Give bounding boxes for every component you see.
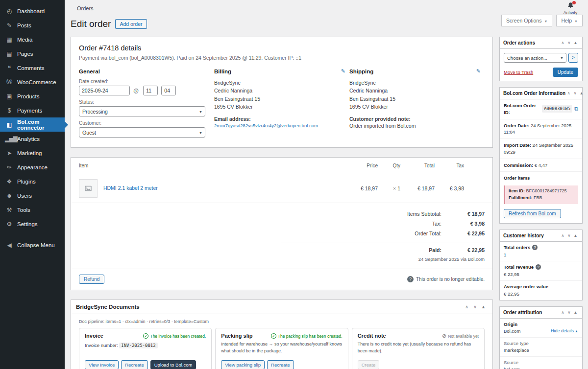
customer-select[interactable]: Guest [79,127,205,138]
order-data-panel: Order #7418 details Payment via bol_com … [71,37,493,148]
sidebar-item-label: Collapse Menu [17,242,55,248]
chevron-down-icon: ▼ [544,20,547,23]
activity-button[interactable]: Activity [561,2,580,15]
view-invoice-button[interactable]: View Invoice [85,360,119,369]
sidebar-item-settings[interactable]: ⚙Settings [0,217,65,231]
move-up-icon[interactable]: ∧ [560,233,566,238]
breadcrumb[interactable]: Orders [77,5,94,11]
sidebar-item-pages[interactable]: ▤Pages [0,46,65,61]
screen-options-toggle[interactable]: Screen Options▼ [501,15,552,26]
toggle-panel-icon[interactable]: ▲ [572,310,579,315]
tax-value: € 3,98 [449,221,485,227]
invoice-status: ✓The invoice has been created. [143,333,206,339]
update-button[interactable]: Update [553,68,578,77]
sidebar-item-woocommerce[interactable]: ⓌWooCommerce [0,75,65,89]
add-order-button[interactable]: Add order [115,19,147,29]
sidebar-item-payments[interactable]: $Payments [0,103,65,117]
sidebar-item-appearance[interactable]: ✑Appearance [0,160,65,174]
appearance-icon: ✑ [5,164,13,171]
sidebar-item-posts[interactable]: ✎Posts [0,18,65,32]
payments-icon: $ [5,107,13,114]
move-to-trash-link[interactable]: Move to Trash [504,69,533,75]
shipping-heading: Shipping [349,69,476,74]
sidebar-item-label: Pages [17,51,33,57]
general-heading: General [79,69,205,74]
product-link[interactable]: HDMI 2.1 kabel 2 meter [103,185,158,191]
order-details-subtitle: Payment via bol_com (bol_A0008301W5). Pa… [79,55,485,61]
bell-icon [567,2,574,10]
shipping-column: ✎ Shipping BridgeSync Cedric Nanninga Be… [349,69,485,138]
refresh-from-bolcom-button[interactable]: Refresh from Bol.com [504,209,561,218]
edit-billing-icon[interactable]: ✎ [341,68,345,74]
move-down-icon[interactable]: ∨ [471,304,479,309]
users-icon: ☻ [5,192,13,199]
item-price: € 18,97 [347,174,382,203]
move-down-icon[interactable]: ∨ [572,91,578,95]
sidebar-item-collapse-menu[interactable]: ◀Collapse Menu [0,238,65,252]
billing-company: BridgeSync [214,79,341,87]
packing-slip-card: Packing slip ✓The packing slip has been … [215,328,348,369]
customer-note-label: Customer provided note: [349,116,476,122]
status-select[interactable]: Processing [79,106,205,116]
refund-button[interactable]: Refund [79,275,104,284]
admin-sidebar: ◴Dashboard ✎Posts ▦Media ▤Pages ❝Comment… [0,0,65,369]
toggle-panel-icon[interactable]: ▲ [479,304,488,309]
order-actions-title: Order actions [503,40,560,46]
help-icon[interactable]: ? [536,264,541,270]
average-order-value: € 22,95 [504,291,578,297]
move-down-icon[interactable]: ∨ [566,310,572,315]
column-header-price: Price [347,158,382,174]
date-created-input[interactable] [79,86,130,95]
toggle-panel-icon[interactable]: ▲ [572,233,579,238]
move-down-icon[interactable]: ∨ [566,233,572,238]
upload-to-bolcom-button[interactable]: Upload to Bol.com [150,360,196,369]
hour-input[interactable] [143,86,158,95]
move-down-icon[interactable]: ∨ [566,41,572,45]
billing-email-link[interactable]: 2mcx7qyasd282vc5vlzr4rc4y2@verkopen.bol.… [214,123,341,128]
move-up-icon[interactable]: ∧ [463,304,471,309]
toggle-panel-icon[interactable]: ▲ [578,91,585,95]
move-up-icon[interactable]: ∧ [565,91,572,95]
sidebar-item-label: Users [17,193,32,199]
sidebar-item-tools[interactable]: ⚒Tools [0,203,65,217]
sidebar-item-media[interactable]: ▦Media [0,32,65,46]
edit-shipping-icon[interactable]: ✎ [476,68,481,74]
woocommerce-icon: Ⓦ [5,78,13,86]
source-value: bol.com [504,367,578,369]
pages-icon: ▤ [5,50,13,57]
billing-city: 1695 CV Blokker [214,103,341,111]
source-label: Source [504,360,578,365]
help-label: Help [561,18,572,23]
packing-slip-description: Intended for warehouse → so your warehou… [221,341,342,354]
sidebar-item-label: Posts [17,23,31,28]
help-icon[interactable]: ? [532,245,538,250]
view-packing-slip-button[interactable]: View packing slip [221,360,265,369]
order-action-select[interactable]: Choose an action... [504,53,566,63]
sidebar-item-products[interactable]: ▣Products [0,89,65,103]
sidebar-item-analytics[interactable]: ▂▅▇Analytics [0,132,65,146]
not-editable-note: ? This order is no longer editable. [407,276,485,282]
move-up-icon[interactable]: ∧ [560,310,566,315]
help-icon[interactable]: ? [407,276,414,282]
total-revenue-value: € 22,95 [504,272,578,277]
source-type-value: marketplace [504,347,578,353]
sidebar-item-dashboard[interactable]: ◴Dashboard [0,4,65,18]
move-up-icon[interactable]: ∧ [560,41,566,45]
sidebar-item-bolcom-connector[interactable]: ◧Bol.com connector [0,117,65,132]
sidebar-item-users[interactable]: ☻Users [0,188,65,203]
create-credit-note-button[interactable]: Create [358,360,380,369]
sidebar-item-comments[interactable]: ❝Comments [0,61,65,75]
sidebar-item-marketing[interactable]: ➤Marketing [0,146,65,160]
copy-icon[interactable]: ⧉ [574,106,578,112]
fulfilment-label: Fulfillment: [509,195,533,200]
sidebar-item-plugins[interactable]: ❖Plugins [0,174,65,188]
apply-action-button[interactable]: > [568,53,578,63]
toggle-panel-icon[interactable]: ▲ [572,41,579,45]
minute-input[interactable] [161,86,176,95]
hide-details-link[interactable]: Hide details▲ [551,328,578,333]
help-toggle[interactable]: Help▼ [556,15,583,26]
chevron-up-icon: ▲ [575,329,578,333]
recreate-packing-slip-button[interactable]: Recreate [267,360,294,369]
recreate-invoice-button[interactable]: Recreate [121,360,148,369]
bol-order-date-label: Order Date: [504,123,529,128]
